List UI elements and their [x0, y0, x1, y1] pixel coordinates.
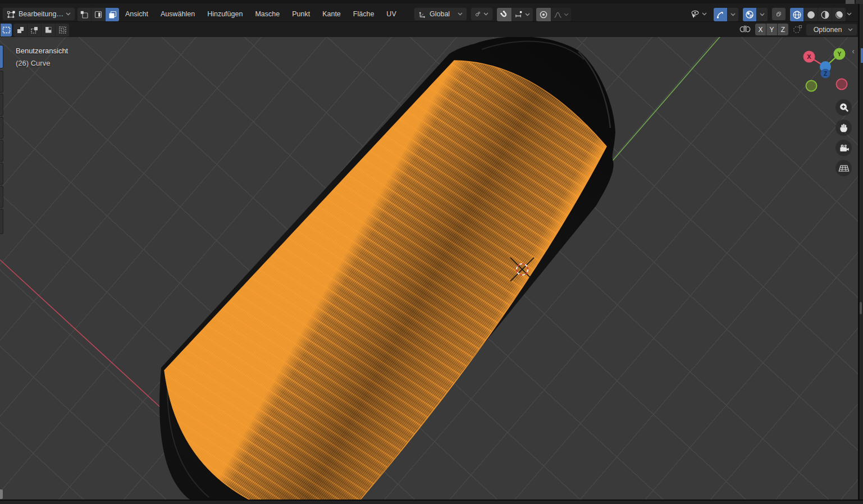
- select-op-group: [13, 23, 70, 37]
- 3d-viewport-scene[interactable]: [0, 37, 858, 500]
- box-select-tool[interactable]: [1, 24, 12, 36]
- chevron-down-icon: [525, 13, 530, 16]
- active-tool-button[interactable]: [0, 23, 12, 37]
- solid-shading-button[interactable]: [804, 8, 818, 21]
- select-extend-icon: [30, 26, 39, 34]
- overlays-toggle-icon: [745, 10, 754, 19]
- svg-text:Z: Z: [824, 71, 827, 77]
- editor-divider-right[interactable]: [858, 0, 863, 504]
- menu-flaeche[interactable]: Fläche: [347, 7, 381, 21]
- mirror-y-button[interactable]: Y: [766, 24, 778, 35]
- menu-punkt[interactable]: Punkt: [286, 7, 316, 21]
- select-set-icon: [16, 26, 25, 34]
- pivot-point-dropdown[interactable]: [471, 7, 493, 21]
- pan-hand-icon: [839, 123, 849, 133]
- overlays-dropdown[interactable]: [757, 8, 768, 21]
- show-overlays-toggle[interactable]: [743, 8, 757, 21]
- svg-text:Y: Y: [837, 51, 842, 57]
- proportional-edit-icon: [539, 10, 548, 19]
- orientation-label: Global: [430, 10, 455, 18]
- solid-shading-icon: [806, 10, 816, 20]
- mirror-x-button[interactable]: X: [755, 24, 766, 35]
- magnet-icon: [500, 10, 509, 19]
- edit-mode-icon: [7, 10, 16, 19]
- snap-toggle-button[interactable]: [497, 8, 512, 21]
- ortho-toggle-button[interactable]: [835, 160, 852, 176]
- material-shading-button[interactable]: [818, 8, 832, 21]
- 3d-viewport[interactable]: Benutzeransicht (26) Curve X Y Z: [0, 37, 858, 500]
- zoom-icon: [838, 102, 850, 113]
- snap-with-dropdown[interactable]: [512, 8, 533, 21]
- box-select-tool-icon: [2, 26, 11, 34]
- gizmo-dropdown[interactable]: [728, 8, 738, 21]
- vertex-select-button[interactable]: [77, 8, 92, 21]
- options-dropdown[interactable]: Optionen: [806, 24, 857, 36]
- mode-selector-dropdown[interactable]: Bearbeitung…: [2, 7, 75, 21]
- face-select-button[interactable]: [106, 8, 119, 21]
- chevron-down-icon: [564, 13, 569, 16]
- select-extend-button[interactable]: [28, 24, 42, 36]
- gizmo-y-axis[interactable]: Y: [834, 48, 846, 60]
- menu-kante[interactable]: Kante: [316, 7, 347, 21]
- pan-view-button[interactable]: [835, 120, 852, 136]
- select-intersect-button[interactable]: [56, 24, 69, 36]
- viewport-info-label: Benutzeransicht (26) Curve: [16, 45, 68, 70]
- toolbar-tool-sliver[interactable]: [0, 71, 3, 93]
- gizmo-y-neg-axis[interactable]: [806, 81, 817, 91]
- mirror-z-button[interactable]: Z: [778, 24, 788, 35]
- rendered-shading-icon: [834, 10, 844, 20]
- y-axis-line: [610, 37, 730, 164]
- shading-dropdown[interactable]: [843, 7, 855, 21]
- toolbar-tool-sliver[interactable]: [0, 94, 3, 116]
- transform-orientation-dropdown[interactable]: Global: [414, 7, 467, 21]
- edge-select-icon: [94, 10, 103, 19]
- sidebar-collapse-arrow[interactable]: ‹: [852, 47, 855, 55]
- show-gizmo-toggle[interactable]: [714, 8, 728, 21]
- svg-text:X: X: [807, 53, 811, 60]
- right-divider-handle[interactable]: [860, 302, 862, 314]
- chevron-down-icon: [483, 12, 488, 16]
- menu-ansicht[interactable]: Ansicht: [119, 7, 154, 21]
- gizmo-toggle-icon: [716, 10, 725, 19]
- select-subtract-button[interactable]: [42, 24, 56, 36]
- chevron-down-icon: [760, 13, 765, 16]
- camera-view-button[interactable]: [835, 140, 852, 156]
- show-hide-icon: [690, 10, 700, 19]
- gizmo-z-neg-axis[interactable]: Z: [821, 69, 830, 79]
- toolbar-tool-sliver[interactable]: [0, 209, 3, 234]
- object-name-label: (26) Curve: [16, 57, 68, 70]
- mirror-icon[interactable]: [739, 25, 751, 34]
- snap-base-icon[interactable]: [792, 25, 802, 34]
- navigation-gizmo[interactable]: X Y Z: [797, 47, 853, 97]
- gizmo-x-axis[interactable]: X: [803, 51, 815, 63]
- menu-hinzufuegen[interactable]: Hinzufügen: [201, 7, 249, 21]
- select-mode-group: [77, 7, 120, 22]
- menu-masche[interactable]: Masche: [249, 7, 286, 21]
- ortho-grid-icon: [838, 164, 850, 173]
- proportional-edit-toggle[interactable]: [536, 8, 551, 21]
- edge-select-button[interactable]: [92, 8, 106, 21]
- toolbar-tool-active-sliver[interactable]: [0, 45, 3, 68]
- chevron-down-icon: [730, 13, 736, 16]
- toolbar-expand-handle[interactable]: [0, 489, 3, 499]
- falloff-dropdown[interactable]: [551, 8, 571, 21]
- gizmo-x-neg-axis[interactable]: [837, 79, 847, 90]
- show-hide-dropdown[interactable]: [686, 7, 711, 21]
- wireframe-shading-button[interactable]: [790, 8, 804, 21]
- toolbar-tool-sliver[interactable]: [0, 117, 3, 139]
- toolbar-tool-sliver[interactable]: [0, 140, 3, 162]
- select-subtract-icon: [44, 26, 53, 34]
- orientation-icon: [418, 10, 427, 19]
- toolbar-tool-sliver[interactable]: [0, 186, 3, 208]
- x-axis-line: [0, 260, 161, 407]
- select-set-button[interactable]: [13, 24, 28, 36]
- editor-divider-bottom[interactable]: [0, 500, 863, 504]
- menu-auswaehlen[interactable]: Auswählen: [154, 7, 201, 21]
- corner-tab-light: [846, 0, 855, 4]
- toolbar-tool-sliver[interactable]: [0, 163, 3, 185]
- menu-uv[interactable]: UV: [380, 7, 402, 21]
- xray-toggle[interactable]: [771, 7, 786, 21]
- zoom-view-button[interactable]: [835, 99, 852, 116]
- xray-toggle-icon: [776, 10, 782, 19]
- tool-settings-bar: X Y Z Optionen: [0, 21, 863, 37]
